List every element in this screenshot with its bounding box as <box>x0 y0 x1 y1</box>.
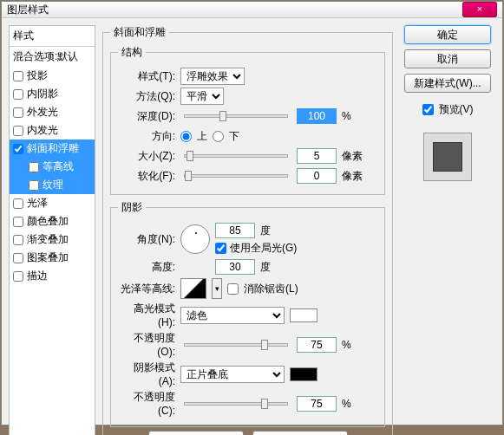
shading-fieldset: 阴影 角度(N): 度 使用全局光(G) <box>110 200 385 427</box>
preview-label: 预览(V) <box>439 102 474 117</box>
titlebar[interactable]: 图层样式 × <box>2 2 502 18</box>
sidebar-checkbox-9[interactable] <box>13 235 23 245</box>
sidebar-checkbox-0[interactable] <box>13 71 23 81</box>
depth-label: 深度(D): <box>118 109 175 124</box>
technique-label: 方法(Q): <box>118 89 175 104</box>
shadow-op-input[interactable] <box>297 396 337 412</box>
ok-button[interactable]: 确定 <box>404 25 491 44</box>
sidebar-checkbox-7[interactable] <box>13 198 23 209</box>
gloss-contour-drop[interactable]: ▾ <box>212 278 222 299</box>
size-input[interactable] <box>297 148 337 164</box>
styles-sidebar: 样式 混合选项:默认 投影内阴影外发光内发光斜面和浮雕等高线纹理光泽颜色叠加渐变… <box>9 25 95 435</box>
size-unit: 像素 <box>342 149 363 164</box>
sidebar-item-7[interactable]: 光泽 <box>10 194 95 212</box>
sidebar-checkbox-1[interactable] <box>13 89 23 100</box>
angle-input[interactable] <box>215 223 255 238</box>
shadow-op-label: 不透明度(C): <box>118 390 175 417</box>
direction-label: 方向: <box>118 129 175 144</box>
sidebar-checkbox-2[interactable] <box>13 107 23 118</box>
altitude-input[interactable] <box>215 259 255 275</box>
sidebar-item-0[interactable]: 投影 <box>10 67 95 85</box>
sidebar-item-6[interactable]: 纹理 <box>10 176 95 194</box>
sidebar-checkbox-4[interactable] <box>13 144 23 154</box>
depth-unit: % <box>342 110 363 122</box>
sidebar-checkbox-11[interactable] <box>13 271 23 282</box>
sidebar-label-7: 光泽 <box>27 196 48 211</box>
size-label: 大小(Z): <box>118 149 175 164</box>
soften-input[interactable] <box>297 168 337 184</box>
highlight-op-label: 不透明度(O): <box>118 331 175 358</box>
sidebar-checkbox-3[interactable] <box>13 126 23 136</box>
direction-down-radio[interactable] <box>213 131 224 142</box>
gloss-contour[interactable] <box>180 278 206 299</box>
shadow-color[interactable] <box>290 367 317 381</box>
bevel-legend: 斜面和浮雕 <box>110 25 169 40</box>
depth-slider[interactable] <box>184 114 288 118</box>
sidebar-checkbox-5[interactable] <box>29 162 39 172</box>
sidebar-label-6: 纹理 <box>43 178 63 192</box>
sidebar-label-4: 斜面和浮雕 <box>27 141 79 156</box>
sidebar-label-8: 颜色叠加 <box>27 214 69 229</box>
cancel-button[interactable]: 取消 <box>404 49 491 68</box>
global-light-checkbox[interactable] <box>215 243 226 254</box>
bevel-fieldset: 斜面和浮雕 结构 样式(T): 浮雕效果 方法(Q): 平滑 深度(D): <box>102 25 393 435</box>
antialias-label: 消除锯齿(L) <box>244 282 298 296</box>
gloss-label: 光泽等高线: <box>118 282 175 296</box>
sidebar-item-2[interactable]: 外发光 <box>10 103 95 121</box>
close-button[interactable]: × <box>462 2 497 17</box>
layer-style-dialog: 图层样式 × 样式 混合选项:默认 投影内阴影外发光内发光斜面和浮雕等高线纹理光… <box>1 1 503 425</box>
direction-up-radio[interactable] <box>180 131 192 142</box>
sidebar-label-11: 描边 <box>27 269 48 283</box>
sidebar-item-4[interactable]: 斜面和浮雕 <box>10 140 95 158</box>
highlight-mode-select[interactable]: 滤色 <box>180 307 285 324</box>
down-label: 下 <box>229 129 239 144</box>
sidebar-blend-header[interactable]: 混合选项:默认 <box>10 47 95 67</box>
sidebar-label-1: 内阴影 <box>27 87 58 101</box>
sidebar-item-3[interactable]: 内发光 <box>10 121 95 140</box>
angle-label: 角度(N): <box>118 232 175 247</box>
sidebar-label-2: 外发光 <box>27 105 58 120</box>
shadow-op-slider[interactable] <box>184 402 288 406</box>
soften-slider[interactable] <box>184 174 288 178</box>
sidebar-label-3: 内发光 <box>27 123 58 138</box>
angle-unit: 度 <box>260 224 271 238</box>
size-slider[interactable] <box>184 154 288 158</box>
sidebar-checkbox-8[interactable] <box>13 217 23 227</box>
soften-unit: 像素 <box>342 169 363 184</box>
right-panel: 确定 取消 新建样式(W)... 预览(V) <box>400 25 495 435</box>
structure-fieldset: 结构 样式(T): 浮雕效果 方法(Q): 平滑 深度(D): % <box>110 45 385 195</box>
shadow-mode-select[interactable]: 正片叠底 <box>180 366 285 383</box>
highlight-op-unit: % <box>342 339 363 351</box>
angle-dial[interactable] <box>180 224 210 254</box>
sidebar-item-5[interactable]: 等高线 <box>10 158 95 176</box>
altitude-unit: 度 <box>260 260 271 275</box>
sidebar-checkbox-10[interactable] <box>13 253 23 263</box>
sidebar-label-9: 渐变叠加 <box>27 232 69 247</box>
depth-input[interactable] <box>297 108 337 124</box>
style-select[interactable]: 浮雕效果 <box>180 68 245 85</box>
reset-default-button[interactable]: 复位为默认值 <box>252 431 348 435</box>
preview-swatch <box>423 133 472 181</box>
sidebar-styles-header[interactable]: 样式 <box>10 26 95 46</box>
sidebar-checkbox-6[interactable] <box>29 180 39 191</box>
highlight-op-slider[interactable] <box>184 343 288 347</box>
sidebar-label-10: 图案叠加 <box>27 250 69 265</box>
highlight-color[interactable] <box>290 308 317 322</box>
new-style-button[interactable]: 新建样式(W)... <box>404 74 491 93</box>
sidebar-item-10[interactable]: 图案叠加 <box>10 249 95 267</box>
technique-select[interactable]: 平滑 <box>180 88 224 105</box>
sidebar-item-8[interactable]: 颜色叠加 <box>10 212 95 230</box>
preview-checkbox[interactable] <box>422 104 434 115</box>
center-panel: 斜面和浮雕 结构 样式(T): 浮雕效果 方法(Q): 平滑 深度(D): <box>102 25 393 435</box>
shading-legend: 阴影 <box>118 200 146 215</box>
sidebar-item-1[interactable]: 内阴影 <box>10 85 95 103</box>
highlight-op-input[interactable] <box>297 337 337 353</box>
antialias-checkbox[interactable] <box>227 283 239 295</box>
sidebar-item-11[interactable]: 描边 <box>10 267 95 285</box>
window-title: 图层样式 <box>7 3 49 17</box>
make-default-button[interactable]: 设置为默认值 <box>148 431 244 435</box>
sidebar-label-0: 投影 <box>27 68 48 83</box>
shadow-mode-label: 阴影模式(A): <box>118 360 175 387</box>
soften-label: 软化(F): <box>118 169 175 184</box>
sidebar-item-9[interactable]: 渐变叠加 <box>10 230 95 249</box>
